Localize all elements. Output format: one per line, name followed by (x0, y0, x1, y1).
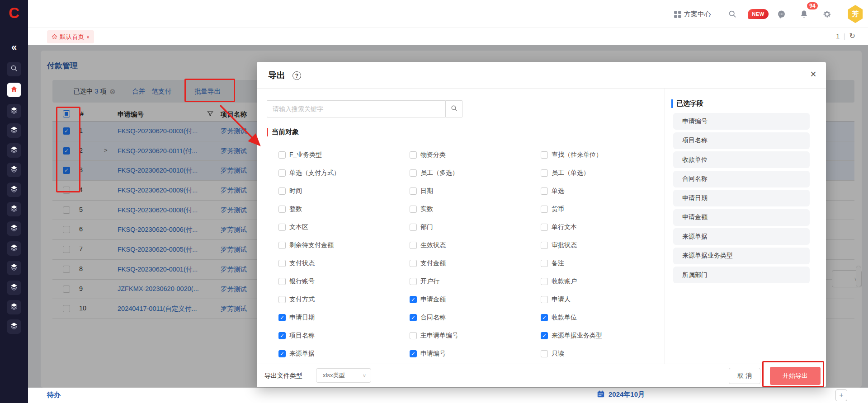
settings-button[interactable] (822, 9, 832, 20)
field-option[interactable]: 开户行 (410, 276, 439, 287)
sidebar-item-module[interactable] (7, 202, 21, 216)
field-checkbox[interactable]: ✓ (278, 314, 286, 321)
selected-field-chip[interactable]: 项目名称 (673, 132, 810, 149)
sidebar-item-module[interactable] (7, 163, 21, 177)
field-option[interactable]: 货币 (541, 204, 564, 215)
file-type-select[interactable]: xlsx类型 ∨ (316, 368, 371, 383)
field-option[interactable]: ✓申请编号 (410, 348, 446, 359)
field-option[interactable]: ✓申请金额 (410, 294, 446, 305)
selected-field-chip[interactable]: 来源单据业务类型 (673, 248, 810, 264)
global-search-button[interactable] (728, 9, 737, 20)
field-option[interactable]: 时间 (278, 186, 302, 197)
field-checkbox[interactable] (410, 224, 417, 231)
field-checkbox[interactable]: ✓ (410, 350, 417, 357)
field-checkbox[interactable] (278, 169, 286, 177)
new-badge[interactable]: NEW (748, 9, 769, 19)
field-option[interactable]: ✓收款单位 (541, 312, 577, 323)
field-checkbox[interactable] (541, 224, 548, 231)
sidebar-item-module[interactable] (7, 319, 21, 334)
field-checkbox[interactable] (410, 242, 417, 249)
start-export-button[interactable]: 开始导出 (770, 367, 821, 385)
collapse-sidebar-icon[interactable]: « (0, 42, 28, 53)
field-checkbox[interactable]: ✓ (410, 296, 417, 303)
field-option[interactable]: ✓项目名称 (278, 330, 315, 341)
field-checkbox[interactable] (410, 169, 417, 177)
cancel-button[interactable]: 取 消 (729, 368, 760, 384)
field-checkbox[interactable] (541, 260, 548, 267)
field-option[interactable]: 单行文本 (541, 222, 577, 233)
field-checkbox[interactable] (541, 278, 548, 285)
field-checkbox[interactable] (541, 206, 548, 213)
selected-field-chip[interactable]: 申请编号 (673, 113, 810, 130)
field-checkbox[interactable] (278, 224, 286, 231)
field-option[interactable]: 支付状态 (278, 258, 315, 269)
field-option[interactable]: ✓合同名称 (410, 312, 446, 323)
field-option[interactable]: ✓来源单据 (278, 348, 315, 359)
field-option[interactable]: 文本区 (278, 222, 308, 233)
selected-field-chip[interactable]: 所属部门 (673, 267, 810, 283)
field-checkbox[interactable] (278, 151, 286, 159)
field-checkbox[interactable] (541, 350, 548, 357)
notifications-button[interactable] (799, 9, 809, 20)
field-option[interactable]: 整数 (278, 204, 302, 215)
field-option[interactable]: 收款账户 (541, 276, 577, 287)
field-option[interactable]: 单选（支付方式） (278, 168, 340, 178)
field-checkbox[interactable] (410, 332, 417, 339)
field-checkbox[interactable] (541, 169, 548, 177)
field-checkbox[interactable]: ✓ (410, 314, 417, 321)
user-avatar[interactable]: 芳 (847, 5, 863, 23)
sidebar-item-module[interactable] (7, 143, 21, 158)
field-option[interactable]: 支付金额 (410, 258, 446, 269)
field-checkbox[interactable] (278, 242, 286, 249)
field-search-input[interactable] (267, 100, 446, 117)
sidebar-item-module[interactable] (7, 221, 21, 236)
field-option[interactable]: 单选 (541, 186, 564, 197)
field-option[interactable]: 员工（多选） (410, 168, 458, 178)
selected-field-chip[interactable]: 收款单位 (673, 151, 810, 168)
field-checkbox[interactable] (278, 187, 286, 195)
sidebar-item-module[interactable] (7, 261, 21, 275)
help-icon[interactable]: ? (292, 71, 301, 80)
field-option[interactable]: 审批状态 (541, 240, 577, 251)
field-option[interactable]: 物资分类 (410, 150, 446, 160)
field-option[interactable]: 生效状态 (410, 240, 446, 251)
field-checkbox[interactable] (541, 242, 548, 249)
field-option[interactable]: 主申请单编号 (410, 330, 458, 341)
selected-field-chip[interactable]: 合同名称 (673, 171, 810, 187)
field-option[interactable]: 日期 (410, 186, 433, 197)
field-option[interactable]: 备注 (541, 258, 564, 269)
field-option[interactable]: ✓来源单据业务类型 (541, 330, 602, 341)
sidebar-search-button[interactable] (7, 62, 21, 76)
field-checkbox[interactable]: ✓ (541, 314, 548, 321)
field-checkbox[interactable] (410, 206, 417, 213)
field-checkbox[interactable] (410, 260, 417, 267)
field-option[interactable]: 支付方式 (278, 294, 315, 305)
field-search-button[interactable] (446, 100, 462, 117)
field-option[interactable]: 实数 (410, 204, 433, 215)
field-checkbox[interactable] (278, 260, 286, 267)
solution-center-nav[interactable]: 方案中心 (674, 10, 711, 19)
field-checkbox[interactable] (278, 206, 286, 213)
field-checkbox[interactable] (278, 278, 286, 285)
field-option[interactable]: 查找（往来单位） (541, 150, 602, 160)
field-checkbox[interactable] (278, 296, 286, 303)
selected-field-chip[interactable]: 申请日期 (673, 190, 810, 206)
field-checkbox[interactable]: ✓ (541, 332, 548, 339)
field-checkbox[interactable]: ✓ (278, 332, 286, 339)
field-option[interactable]: F_业务类型 (278, 150, 322, 160)
field-checkbox[interactable]: ✓ (278, 350, 286, 357)
sidebar-item-module[interactable] (7, 104, 21, 118)
field-checkbox[interactable] (541, 296, 548, 303)
field-option[interactable]: 申请人 (541, 294, 571, 305)
field-checkbox[interactable] (541, 187, 548, 195)
field-option[interactable]: 部门 (410, 222, 433, 233)
add-event-button[interactable]: + (835, 389, 847, 401)
field-option[interactable]: ✓申请日期 (278, 312, 315, 323)
field-option[interactable]: 只读 (541, 348, 564, 359)
close-icon[interactable]: × (807, 67, 820, 81)
field-option[interactable]: 剩余待支付金额 (278, 240, 334, 251)
field-option[interactable]: 员工（单选） (541, 168, 590, 178)
field-checkbox[interactable] (410, 187, 417, 195)
sidebar-item-module[interactable] (7, 300, 21, 314)
selected-field-chip[interactable]: 申请金额 (673, 209, 810, 226)
